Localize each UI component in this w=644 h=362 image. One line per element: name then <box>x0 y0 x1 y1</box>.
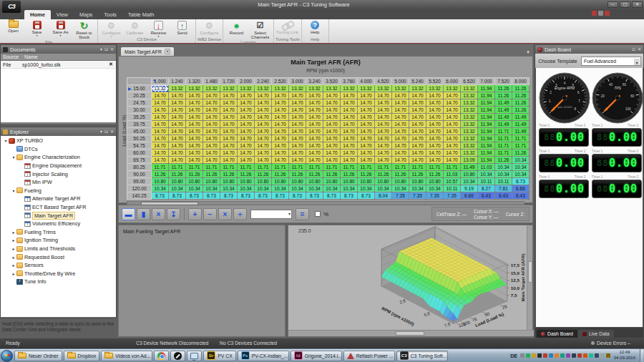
cell-r11-c9[interactable]: 11.71 <box>306 164 323 171</box>
cell-r8-c14[interactable]: 14.70 <box>392 142 409 150</box>
ribbon-tab-tools[interactable]: Tools <box>98 10 122 19</box>
cell-r5-c5[interactable]: 14.70 <box>238 121 255 128</box>
tray-icon[interactable] <box>583 353 587 358</box>
scrollbar-thumb[interactable] <box>396 331 424 336</box>
cell-r4-c12[interactable]: 14.70 <box>358 114 375 121</box>
cell-r3-c1[interactable]: 14.70 <box>169 107 186 114</box>
cell-r4-c1[interactable]: 14.70 <box>169 114 186 121</box>
cell-r5-c8[interactable]: 14.70 <box>289 121 306 128</box>
set-equal-button[interactable]: = <box>296 208 309 220</box>
taskbar-clock[interactable]: 12:4904.09.2016 <box>614 350 635 361</box>
cell-r0-c7[interactable]: 13.32 <box>272 85 289 92</box>
pin-icon[interactable]: ⊡ <box>104 129 108 134</box>
cell-r1-c4[interactable]: 14.70 <box>220 92 238 99</box>
cell-r9-c16[interactable]: 14.70 <box>426 150 444 157</box>
column-header-3.240[interactable]: 3.240 <box>306 78 323 85</box>
cell-r9-c3[interactable]: 14.70 <box>203 150 220 157</box>
tray-icon[interactable] <box>606 353 610 358</box>
cell-r7-c20[interactable]: 11.71 <box>495 135 512 142</box>
cell-r12-c6[interactable]: 11.26 <box>255 171 272 178</box>
save-button[interactable]: Save▾ <box>25 20 49 40</box>
cell-r5-c11[interactable]: 14.70 <box>341 121 358 128</box>
cell-r4-c4[interactable]: 14.70 <box>220 114 238 121</box>
cell-r13-c21[interactable]: 8.73 <box>512 178 530 185</box>
tree-item-ect-based-target-afr[interactable]: ECT Based Target AFR <box>1 203 116 212</box>
row-header-24.75[interactable]: 24.75 <box>127 99 152 107</box>
ribbon-tab-maps[interactable]: Maps <box>74 10 98 19</box>
cell-r2-c0[interactable]: 14.70 <box>152 99 169 107</box>
cell-r0-c10[interactable]: 13.32 <box>323 85 341 92</box>
cell-r11-c0[interactable]: 11.71 <box>152 164 169 171</box>
chart-vertical-scrollbar[interactable] <box>527 225 532 330</box>
column-header-8.000[interactable]: 8.000 <box>512 78 530 85</box>
cell-r8-c8[interactable]: 14.70 <box>289 142 306 150</box>
cell-r15-c2[interactable]: 8.73 <box>186 192 203 200</box>
cell-r8-c17[interactable]: 14.70 <box>444 142 461 150</box>
cell-r2-c6[interactable]: 14.70 <box>255 99 272 107</box>
cell-r7-c12[interactable]: 14.70 <box>358 135 375 142</box>
tree-item-min-ipw[interactable]: Min IPW <box>1 178 116 187</box>
minimize-button[interactable]: ─ <box>608 1 618 8</box>
cell-r9-c5[interactable]: 14.70 <box>238 150 255 157</box>
cell-r14-c4[interactable]: 10.34 <box>220 185 238 192</box>
tree-item-ignition-timing[interactable]: ▸Ignition Timing <box>1 236 116 245</box>
cell-r6-c13[interactable]: 14.70 <box>375 128 392 135</box>
tray-icon[interactable] <box>543 353 547 358</box>
cell-r12-c5[interactable]: 11.26 <box>238 171 255 178</box>
cell-r11-c20[interactable]: 10.34 <box>495 164 512 171</box>
cell-r3-c5[interactable]: 14.70 <box>238 107 255 114</box>
cell-r15-c21[interactable]: 6.43 <box>512 192 530 200</box>
cell-r5-c3[interactable]: 14.70 <box>203 121 220 128</box>
cell-r12-c0[interactable]: 11.26 <box>152 171 169 178</box>
cell-r9-c20[interactable]: 11.71 <box>495 150 512 157</box>
cell-r2-c18[interactable]: 13.32 <box>461 99 478 107</box>
cell-r0-c5[interactable]: 13.32 <box>238 85 255 92</box>
cell-r2-c11[interactable]: 14.70 <box>341 99 358 107</box>
cell-r4-c8[interactable]: 14.70 <box>289 114 306 121</box>
cell-r13-c19[interactable]: 10.11 <box>478 178 495 185</box>
cell-r7-c3[interactable]: 14.70 <box>203 135 220 142</box>
column-header-5.000[interactable]: 5.000 <box>392 78 409 85</box>
cell-r10-c6[interactable]: 14.70 <box>255 157 272 164</box>
pin-icon[interactable]: ⊡ <box>632 47 635 52</box>
cell-r2-c13[interactable]: 14.70 <box>375 99 392 107</box>
taskbar-item-reflash-power[interactable]: Reflash Power ... <box>343 351 395 361</box>
cell-r11-c1[interactable]: 11.71 <box>169 164 186 171</box>
column-header-4.520[interactable]: 4.520 <box>375 78 392 85</box>
tray-icon[interactable] <box>577 353 582 358</box>
cell-r8-c16[interactable]: 14.70 <box>426 142 444 150</box>
column-header-3.000[interactable]: 3.000 <box>289 78 306 85</box>
cell-r2-c4[interactable]: 14.70 <box>220 99 238 107</box>
cell-r6-c21[interactable]: 11.49 <box>512 128 530 135</box>
cell-r11-c17[interactable]: 11.71 <box>444 164 461 171</box>
cell-r12-c19[interactable]: 10.34 <box>478 171 495 178</box>
cell-r11-c5[interactable]: 11.71 <box>238 164 255 171</box>
open-button[interactable]: Open <box>1 20 25 40</box>
cell-r15-c16[interactable]: 7.35 <box>426 192 444 200</box>
cell-r7-c14[interactable]: 14.70 <box>392 135 409 142</box>
cell-r6-c8[interactable]: 14.70 <box>289 128 306 135</box>
cell-r11-c6[interactable]: 11.71 <box>255 164 272 171</box>
cell-r9-c7[interactable]: 14.70 <box>272 150 289 157</box>
cell-r0-c8[interactable]: 13.32 <box>289 85 306 92</box>
cell-r1-c20[interactable]: 11.26 <box>495 92 512 99</box>
cell-r5-c0[interactable]: 14.70 <box>152 121 169 128</box>
cell-r5-c20[interactable]: 11.49 <box>495 121 512 128</box>
delete-cells-button[interactable]: × <box>152 208 165 220</box>
tray-icon[interactable] <box>589 353 593 358</box>
help-button[interactable]: ?Help <box>303 20 327 37</box>
show-desktop-button[interactable] <box>640 349 643 362</box>
cell-r4-c15[interactable]: 14.70 <box>409 114 426 121</box>
cell-r8-c1[interactable]: 14.70 <box>169 142 186 150</box>
cell-r3-c7[interactable]: 14.70 <box>272 107 289 114</box>
subtract-button[interactable]: − <box>203 208 217 220</box>
cell-r5-c2[interactable]: 14.70 <box>186 121 203 128</box>
tree-item-throttle-drive-by-wire[interactable]: ▸Throttle/Drive By Wire <box>1 270 116 278</box>
cell-r6-c2[interactable]: 14.70 <box>186 128 203 135</box>
axis-tool-vertical-button[interactable]: ▮ <box>137 208 150 220</box>
cell-r9-c9[interactable]: 14.70 <box>306 150 323 157</box>
percent-checkbox[interactable] <box>315 211 321 217</box>
cell-r7-c16[interactable]: 14.70 <box>426 135 444 142</box>
row-header-69.75[interactable]: 69.75 <box>127 157 152 164</box>
cell-r9-c19[interactable]: 11.94 <box>478 150 495 157</box>
